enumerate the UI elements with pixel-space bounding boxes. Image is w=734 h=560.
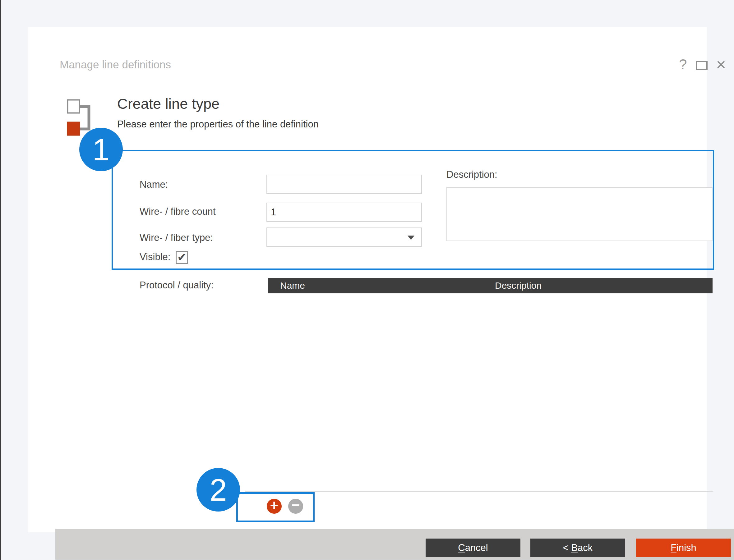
back-button-label: B	[571, 542, 578, 553]
wire-fiber-type-select[interactable]	[266, 227, 422, 247]
dialog-footer-bar	[55, 529, 734, 560]
cancel-button-label: C	[458, 542, 465, 553]
step-2-badge: 2	[196, 468, 240, 512]
page-subtitle: Please enter the properties of the line …	[117, 119, 319, 130]
finish-button-label: F	[671, 542, 677, 553]
list-footer-divider	[245, 491, 713, 492]
wire-fiber-type-label: Wire- / fiber type:	[140, 232, 213, 243]
wire-fibre-count-label: Wire- / fibre count	[140, 206, 216, 217]
page-title: Create line type	[117, 95, 219, 112]
visible-checkbox[interactable]: ✔	[176, 251, 188, 264]
close-icon[interactable]: ×	[716, 57, 726, 72]
name-label: Name:	[140, 179, 168, 190]
description-textarea[interactable]	[447, 187, 713, 241]
visible-label: Visible:	[140, 251, 170, 263]
step-1-badge: 1	[79, 128, 123, 171]
screen-background: Manage line definitions ? × Create line …	[0, 0, 734, 560]
wire-fibre-count-input[interactable]	[266, 203, 422, 222]
protocol-quality-label: Protocol / quality:	[140, 280, 213, 291]
protocol-table-header: Name Description	[268, 278, 713, 293]
remove-button[interactable]: −	[288, 499, 303, 514]
window-controls: ? ×	[679, 55, 726, 74]
screen-left-edge	[0, 0, 1, 560]
description-label: Description:	[447, 169, 498, 180]
manage-line-definitions-dialog: Manage line definitions ? × Create line …	[28, 27, 707, 532]
column-header-name[interactable]: Name	[280, 278, 305, 293]
column-header-description[interactable]: Description	[495, 278, 542, 293]
chevron-down-icon	[408, 236, 415, 240]
add-button[interactable]: +	[267, 499, 282, 514]
help-icon[interactable]: ?	[679, 57, 687, 71]
window-title: Manage line definitions	[60, 58, 171, 71]
cancel-button[interactable]: Cancel	[426, 539, 521, 557]
back-button[interactable]: < Back	[530, 539, 625, 557]
maximize-icon[interactable]	[696, 61, 708, 70]
finish-button[interactable]: Finish	[636, 539, 731, 557]
name-input[interactable]	[266, 175, 422, 194]
